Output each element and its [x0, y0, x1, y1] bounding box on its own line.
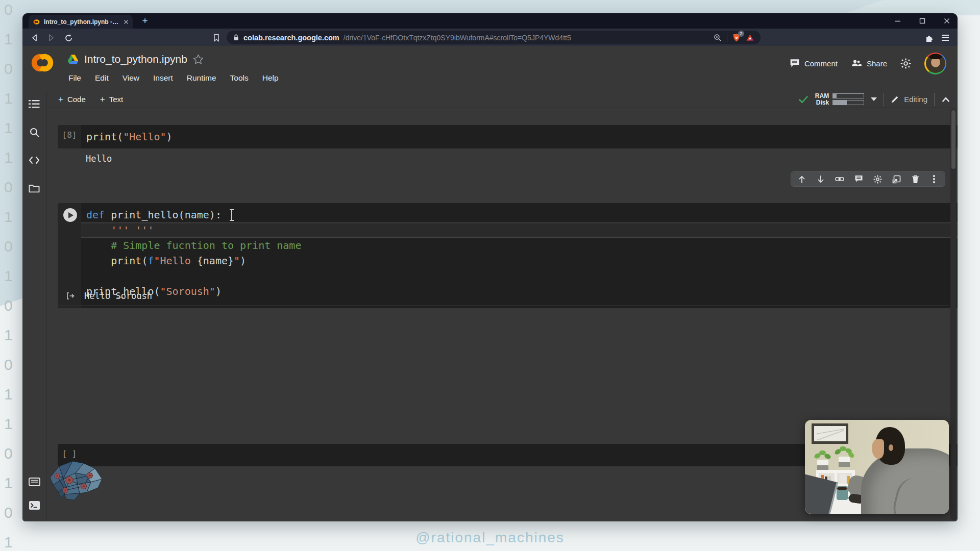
- minimize-button[interactable]: [892, 15, 903, 27]
- people-icon: [851, 59, 862, 67]
- menu-runtime[interactable]: Runtime: [187, 73, 216, 83]
- cell-output: Hello: [58, 151, 949, 167]
- cell-settings-gear-icon[interactable]: [873, 174, 882, 184]
- divider: [884, 93, 884, 106]
- forward-icon[interactable]: [46, 33, 56, 43]
- webcam-overlay: [805, 420, 949, 514]
- close-button[interactable]: [941, 15, 952, 27]
- browser-menu-icon[interactable]: [940, 33, 950, 43]
- url-domain: colab.research.google.com: [243, 34, 339, 42]
- browser-tab[interactable]: Intro_to_python.ipynb - Colabora: [29, 15, 133, 29]
- copy-link-icon[interactable]: [835, 174, 844, 184]
- url-bar[interactable]: colab.research.google.com /drive/1VoF-cH…: [227, 31, 761, 44]
- scrollbar-thumb[interactable]: [951, 110, 955, 169]
- notebook-scrollbar[interactable]: [950, 109, 957, 520]
- tab-close-icon[interactable]: [124, 19, 129, 24]
- notebook-title[interactable]: Intro_to_python.ipynb: [84, 53, 187, 65]
- zoom-page-icon[interactable]: [714, 34, 722, 42]
- add-comment-icon[interactable]: [854, 174, 863, 184]
- bookmark-icon[interactable]: [211, 33, 222, 43]
- code-cell[interactable]: [8] print("Hello"): [58, 125, 958, 148]
- menu-bar: File Edit View Insert Runtime Tools Help: [68, 73, 279, 83]
- menu-view[interactable]: View: [122, 73, 139, 83]
- plus-icon: +: [100, 94, 105, 105]
- ram-bar: [832, 93, 864, 98]
- shield-badge: 2: [738, 31, 744, 37]
- notebook-toolbar: + Code + Text RAM Disk: [46, 91, 958, 108]
- colab-favicon: [33, 19, 40, 25]
- editing-mode-button[interactable]: Editing: [891, 95, 927, 104]
- output-text: Hello Soroush: [84, 291, 152, 301]
- code-snippets-icon[interactable]: [28, 154, 40, 166]
- url-path: /drive/1VoF-cHfDOtxTqtzxZtq0SY9ibWuformA…: [344, 34, 709, 42]
- plant: [817, 460, 828, 470]
- table-of-contents-icon[interactable]: [28, 98, 40, 110]
- disk-bar: [832, 100, 864, 105]
- files-folder-icon[interactable]: [28, 182, 40, 194]
- ram-label: RAM: [815, 93, 829, 99]
- terminal-icon[interactable]: [28, 499, 40, 511]
- star-icon[interactable]: [193, 54, 204, 64]
- delete-cell-trash-icon[interactable]: [911, 174, 920, 184]
- menu-help[interactable]: Help: [262, 73, 279, 83]
- add-text-button[interactable]: + Text: [100, 94, 123, 105]
- add-text-label: Text: [109, 95, 124, 104]
- person-head: [875, 427, 905, 465]
- more-actions-kebab-icon[interactable]: [929, 174, 939, 184]
- menu-insert[interactable]: Insert: [153, 73, 173, 83]
- code-editor[interactable]: print("Hello"): [81, 125, 958, 148]
- brave-shield-icon[interactable]: 2: [732, 33, 741, 42]
- new-tab-button[interactable]: +: [139, 15, 151, 27]
- comment-button[interactable]: Comment: [790, 59, 838, 68]
- run-cell-button[interactable]: [63, 208, 77, 222]
- pencil-icon: [891, 95, 899, 104]
- mirror-cell-icon[interactable]: [892, 174, 901, 184]
- move-cell-up-icon[interactable]: [797, 174, 806, 184]
- binary-digits-column: 0101110101010110101: [4, 0, 13, 551]
- tab-strip: Intro_to_python.ipynb - Colabora +: [22, 13, 958, 29]
- avatar[interactable]: [924, 53, 946, 74]
- comment-icon: [790, 59, 800, 68]
- brave-rewards-icon[interactable]: [746, 34, 754, 42]
- back-icon[interactable]: [30, 33, 40, 43]
- tab-title: Intro_to_python.ipynb - Colabora: [44, 18, 120, 26]
- connected-check-icon: [798, 95, 808, 104]
- drive-icon: [67, 54, 79, 64]
- colab-logo[interactable]: [29, 52, 56, 73]
- editing-label: Editing: [904, 95, 927, 104]
- cell-output: Hello Soroush: [58, 287, 949, 306]
- extensions-icon[interactable]: [924, 33, 934, 43]
- menu-file[interactable]: File: [68, 73, 81, 83]
- resource-meter[interactable]: RAM Disk: [815, 93, 864, 106]
- settings-gear-icon[interactable]: [900, 58, 911, 69]
- person-body: [861, 448, 949, 514]
- comment-label: Comment: [804, 59, 838, 68]
- add-code-button[interactable]: + Code: [58, 94, 86, 105]
- picture-frame: [812, 423, 848, 444]
- move-cell-down-icon[interactable]: [816, 174, 825, 184]
- menu-edit[interactable]: Edit: [95, 73, 109, 83]
- left-sidebar: [22, 91, 46, 521]
- menu-tools[interactable]: Tools: [230, 73, 249, 83]
- disk-label: Disk: [816, 99, 829, 106]
- watermark: @rational_machines: [0, 530, 980, 546]
- cell-toolbar: [791, 171, 945, 187]
- share-label: Share: [867, 59, 887, 68]
- reload-icon[interactable]: [63, 33, 74, 43]
- screen: { "background": { "binary_digits": ["0",…: [0, 0, 980, 551]
- lock-icon: [233, 34, 239, 41]
- plant: [839, 457, 850, 467]
- text-cursor: [229, 209, 234, 222]
- output-icon: [66, 292, 75, 300]
- collapse-chevron-icon[interactable]: [941, 96, 950, 103]
- search-icon[interactable]: [28, 126, 40, 138]
- command-palette-icon[interactable]: [28, 475, 40, 488]
- execution-count: [8]: [58, 130, 81, 140]
- window-controls: [892, 15, 952, 27]
- add-code-label: Code: [67, 95, 86, 104]
- plus-icon: +: [58, 94, 63, 105]
- maximize-button[interactable]: [917, 15, 928, 27]
- mug: [837, 486, 848, 500]
- share-button[interactable]: Share: [851, 59, 887, 68]
- resources-caret-icon[interactable]: [871, 97, 877, 101]
